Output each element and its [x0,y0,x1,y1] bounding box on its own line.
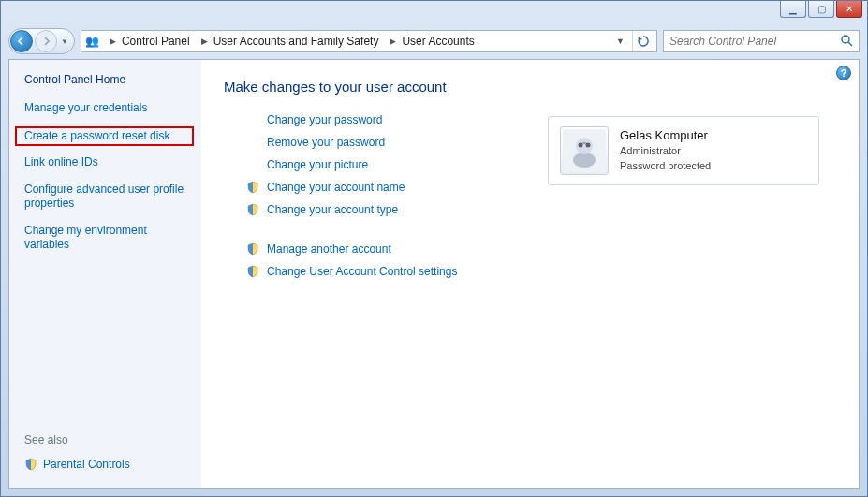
svg-point-4 [579,143,583,148]
shield-icon [246,265,259,278]
avatar [560,126,609,175]
main-panel: ? Make changes to your user account Chan… [201,60,859,488]
sidebar-link-password-reset-disk[interactable]: Create a password reset disk [15,126,194,146]
breadcrumb-item[interactable]: User Accounts and Family Safety [213,35,379,48]
svg-rect-6 [582,142,586,144]
see-also-label: See also [24,433,194,446]
chevron-right-icon: ▶ [386,37,400,46]
breadcrumb-item[interactable]: User Accounts [402,35,474,48]
chevron-right-icon: ▶ [106,37,120,46]
page-title: Make changes to your user account [224,79,836,95]
svg-point-3 [576,138,593,154]
account-action[interactable]: Change your account name [246,181,527,194]
navigation-row: ▼ 👥 ▶Control Panel ▶User Accounts and Fa… [8,27,860,55]
account-action[interactable]: Change User Account Control settings [246,265,527,278]
shield-icon [246,203,259,216]
see-also-parental-controls[interactable]: Parental Controls [24,458,194,471]
svg-point-5 [586,143,591,148]
action-link[interactable]: Change your picture [267,158,368,171]
user-name: Gelas Komputer [620,128,711,142]
close-button[interactable]: ✕ [836,1,862,18]
action-link[interactable]: Manage another account [267,242,391,256]
shield-icon [246,181,259,194]
back-button[interactable] [10,30,33,52]
user-password-status: Password protected [620,159,711,173]
address-bar[interactable]: 👥 ▶Control Panel ▶User Accounts and Fami… [81,30,657,52]
forward-button[interactable] [35,30,57,52]
location-icon: 👥 [85,34,100,49]
search-placeholder: Search Control Panel [669,35,776,48]
window-frame: ▁ ▢ ✕ ▼ 👥 ▶Control Panel ▶User Accounts … [0,0,868,497]
action-link[interactable]: Change User Account Control settings [267,265,457,278]
breadcrumb-item[interactable]: Control Panel [122,35,190,48]
search-input[interactable]: Search Control Panel [663,30,860,52]
svg-point-0 [842,36,849,43]
account-actions-secondary: Manage another accountChange User Accoun… [246,242,527,278]
user-info: Gelas Komputer Administrator Password pr… [620,128,711,173]
sidebar-link-env-vars[interactable]: Change my environment variables [24,224,194,252]
sidebar-link-advanced-profile[interactable]: Configure advanced user profile properti… [24,183,194,211]
account-action[interactable]: Change your password [246,113,527,126]
refresh-button[interactable] [632,31,653,51]
svg-point-2 [573,153,596,168]
action-link[interactable]: Change your password [267,113,382,126]
account-action[interactable]: Remove your password [246,136,527,149]
sidebar-link-online-ids[interactable]: Link online IDs [24,155,194,169]
avatar-image [563,129,606,172]
help-icon[interactable]: ? [836,66,851,80]
user-account-card[interactable]: Gelas Komputer Administrator Password pr… [548,116,819,185]
chevron-right-icon: ▶ [198,37,212,46]
action-link[interactable]: Change your account type [267,203,398,216]
sidebar: Control Panel Home Manage your credentia… [9,60,201,488]
account-actions-primary: Change your passwordRemove your password… [246,113,527,216]
sidebar-link-credentials[interactable]: Manage your credentials [24,101,194,115]
account-action[interactable]: Change your account type [246,203,527,216]
shield-icon [246,242,259,256]
action-link[interactable]: Change your account name [267,181,405,194]
action-link[interactable]: Remove your password [267,136,385,149]
search-icon[interactable] [840,34,853,50]
see-also-section: See also Parental Controls [24,433,194,480]
user-role: Administrator [620,144,711,158]
chevron-down-icon[interactable]: ▼ [612,37,628,46]
control-panel-home-link[interactable]: Control Panel Home [24,73,194,86]
maximize-button[interactable]: ▢ [808,1,834,18]
svg-line-1 [848,42,852,46]
account-action[interactable]: Change your picture [246,158,527,171]
minimize-button[interactable]: ▁ [780,1,806,18]
content-area: Control Panel Home Manage your credentia… [8,59,860,489]
shield-icon [24,458,37,471]
account-action[interactable]: Manage another account [246,242,527,256]
history-dropdown-icon[interactable]: ▼ [57,37,70,46]
nav-buttons: ▼ [8,28,75,54]
window-controls: ▁ ▢ ✕ [780,1,862,18]
